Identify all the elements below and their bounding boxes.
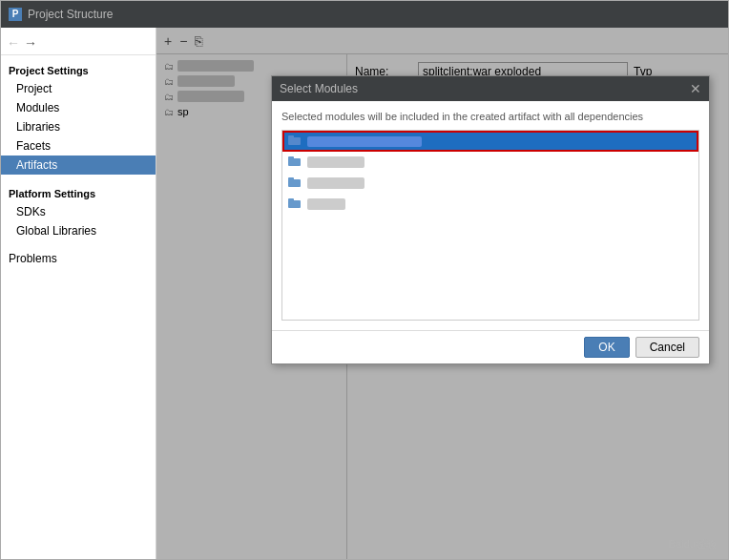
module-list xyxy=(281,130,699,321)
svg-rect-5 xyxy=(288,177,294,180)
module-item-3[interactable] xyxy=(282,173,698,194)
back-arrow[interactable]: ← xyxy=(7,35,20,51)
main-window: P Project Structure ← → Project Settings… xyxy=(0,0,729,560)
folder-icon-2 xyxy=(288,156,302,169)
svg-rect-7 xyxy=(288,198,294,201)
sidebar-item-project[interactable]: Project xyxy=(1,79,156,98)
nav-back-bar: ← → xyxy=(1,31,156,55)
sidebar: ← → Project Settings Project Modules Lib… xyxy=(1,28,156,559)
sidebar-item-libraries[interactable]: Libraries xyxy=(1,117,156,136)
module-item-2[interactable] xyxy=(282,152,698,173)
title-bar: P Project Structure xyxy=(1,1,728,28)
svg-rect-1 xyxy=(288,135,294,138)
folder-icon-4 xyxy=(288,197,302,211)
sidebar-item-facets[interactable]: Facets xyxy=(1,136,156,156)
modal-description: Selected modules will be included in the… xyxy=(281,111,699,122)
svg-rect-4 xyxy=(288,179,301,187)
ok-button[interactable]: OK xyxy=(584,337,629,358)
module-item-4[interactable] xyxy=(282,194,698,215)
select-modules-dialog: Select Modules ✕ Selected modules will b… xyxy=(271,75,710,364)
content-area: ← → Project Settings Project Modules Lib… xyxy=(1,28,728,559)
cancel-button[interactable]: Cancel xyxy=(635,337,699,358)
modal-overlay: Select Modules ✕ Selected modules will b… xyxy=(156,28,728,559)
sidebar-item-modules[interactable]: Modules xyxy=(1,98,156,117)
modal-body: Selected modules will be included in the… xyxy=(272,101,709,330)
svg-rect-6 xyxy=(288,200,301,208)
project-settings-header: Project Settings xyxy=(1,59,156,79)
forward-arrow[interactable]: → xyxy=(24,35,37,51)
svg-rect-3 xyxy=(288,156,294,159)
modal-title: Select Modules xyxy=(280,82,358,95)
sidebar-item-artifacts[interactable]: Artifacts xyxy=(1,156,156,175)
svg-rect-2 xyxy=(288,158,301,166)
sidebar-item-global-libraries[interactable]: Global Libraries xyxy=(1,221,156,240)
modal-title-bar: Select Modules ✕ xyxy=(272,76,709,101)
svg-rect-0 xyxy=(288,137,301,145)
main-panel: + − ⎘ 🗂 🗂 🗂 xyxy=(156,28,728,559)
folder-icon-1 xyxy=(288,135,302,148)
window-title: Project Structure xyxy=(28,8,113,21)
module-item-1[interactable] xyxy=(282,131,698,152)
sidebar-item-sdks[interactable]: SDKs xyxy=(1,202,156,221)
modal-close-button[interactable]: ✕ xyxy=(690,81,701,96)
sidebar-item-problems[interactable]: Problems xyxy=(1,248,156,269)
modal-footer: OK Cancel xyxy=(272,330,709,363)
folder-icon-3 xyxy=(288,176,302,190)
platform-settings-header: Platform Settings xyxy=(1,182,156,202)
app-icon: P xyxy=(9,8,22,21)
